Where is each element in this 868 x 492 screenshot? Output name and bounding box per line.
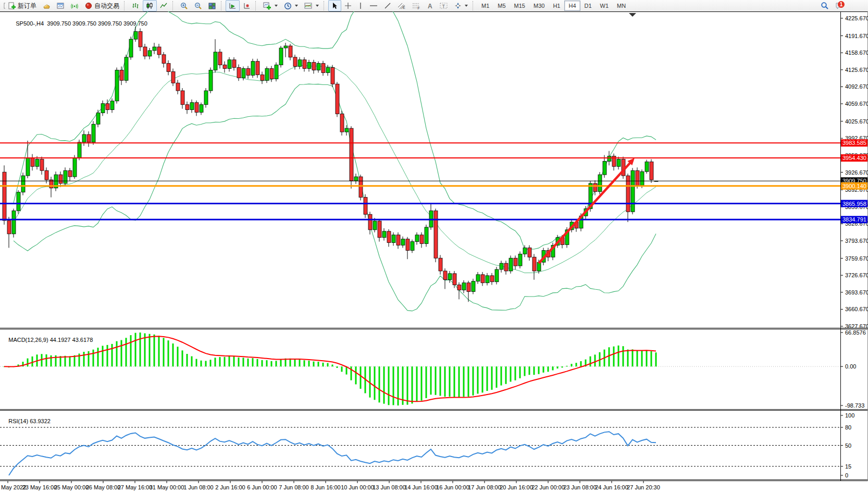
candle-body [73,158,77,177]
line-chart-button[interactable] [157,0,171,11]
candle-body [87,134,91,142]
market-watch-icon [43,2,51,9]
price-level-badge-text: 3983.585 [842,140,866,146]
candle-body [68,170,72,177]
tile-windows-button[interactable] [205,0,219,11]
candle-body [645,162,649,171]
time-axis-label: 7 Jun 08:00 [279,484,309,490]
svg-text:0.00: 0.00 [845,363,856,370]
auto-scroll-button[interactable] [226,0,240,11]
candle-body [382,231,386,238]
candle-body [270,69,274,79]
time-axis-label: 20 Jun 16:00 [500,484,533,490]
fibonacci-tool-button[interactable]: F [409,0,424,11]
candle-body [45,170,48,180]
bar-chart-button[interactable] [129,0,143,11]
signals-icon [71,2,79,9]
data-window-button[interactable] [54,0,68,11]
candle-body [523,248,527,254]
timeframe-group: M1M5M15M30H1H4D1W1MN [477,1,630,11]
candle-body [500,263,503,269]
autotrade-button[interactable]: 自动交易 [82,0,122,11]
search-button[interactable] [817,0,832,11]
tab-timeframe-m5[interactable]: M5 [493,1,510,11]
vertical-line-tool-button[interactable] [355,0,366,11]
price-level-badge-text: 3865.958 [842,201,866,207]
new-order-button[interactable]: 新订单 [5,0,40,11]
signals-button[interactable] [68,0,82,11]
autotrade-label: 自动交易 [94,2,119,10]
new-chart-button[interactable] [260,0,281,11]
zoom-out-button[interactable] [191,0,205,11]
cursor-icon [331,2,338,9]
candle-body [167,64,170,72]
candle-body [439,258,442,271]
macd-indicator-label: MACD(12,26,9) 44.1927 43.6178 [2,330,93,349]
tab-timeframe-m30[interactable]: M30 [529,1,549,11]
candle-body [181,91,184,105]
crosshair-icon [344,2,352,9]
candle-body [279,48,283,65]
indicators-button[interactable] [301,0,322,11]
candle-body [185,105,189,110]
cursor-tool-button[interactable] [328,0,341,11]
line-chart-icon [160,2,168,9]
candle-body [157,47,161,55]
horizontal-line-icon [369,2,378,9]
candle-body [96,113,100,125]
candle-body [12,211,16,233]
price-level-badge-text: 3954.430 [842,155,866,161]
time-axis-label: 17 Jun 08:00 [468,484,501,490]
tab-timeframe-mn[interactable]: MN [613,1,630,11]
candle-body [443,271,447,280]
candlestick-chart-button[interactable] [143,0,157,11]
svg-text:50: 50 [845,442,851,449]
candle-body [359,177,363,198]
price-level-badge-text: 3834.791 [842,216,866,223]
symbol-ohlc-values: 3909.750 3909.750 3909.750 3909.750 [47,20,147,27]
candle-body [237,68,241,78]
market-watch-button[interactable] [40,0,54,11]
candle-body [204,91,208,105]
trendline-tool-button[interactable] [381,0,394,11]
zoom-in-button[interactable] [177,0,191,11]
candle-body [228,60,231,69]
periods-button[interactable] [281,0,301,11]
notifications-button[interactable]: 1 [832,0,847,11]
horizontal-line-tool-button[interactable] [366,0,381,11]
candle-body [321,64,325,73]
candle-body [148,51,152,56]
tab-timeframe-w1[interactable]: W1 [596,1,613,11]
candle-body [78,142,81,158]
candle-body [593,183,597,192]
label-tool-button[interactable]: T [437,0,451,11]
candle-body [256,62,259,75]
candle-body [415,235,419,242]
candle-body [242,69,245,78]
trendline-icon [384,2,391,9]
tab-timeframe-m15[interactable]: M15 [510,1,529,11]
crosshair-tool-button[interactable] [341,0,355,11]
text-tool-button[interactable]: A [424,0,437,11]
chart-shift-button[interactable] [240,0,254,11]
candle-body [345,128,349,132]
candle-body [504,263,508,271]
candle-body [176,83,180,91]
svg-text:4225.670: 4225.670 [845,15,868,21]
indicators-caret [316,5,319,7]
tab-timeframe-d1[interactable]: D1 [580,1,596,11]
candle-body [490,276,494,282]
toolbar-separator [473,1,476,10]
candle-body [92,124,95,142]
svg-text:F: F [418,6,420,10]
time-axis-label: 31 May 00:00 [150,484,184,490]
tab-timeframe-h4[interactable]: H4 [564,1,580,11]
arrows-tool-button[interactable] [451,0,471,11]
tab-timeframe-m1[interactable]: M1 [477,1,493,11]
tab-timeframe-h1[interactable]: H1 [549,1,564,11]
toolbar-separator [172,1,176,10]
svg-text:4158.670: 4158.670 [845,50,868,56]
chart-canvas[interactable]: 4225.6704191.6704158.6704125.6704092.670… [0,11,868,492]
channel-tool-button[interactable]: E [394,0,409,11]
clipped-toolbar-icon[interactable] [0,2,5,10]
